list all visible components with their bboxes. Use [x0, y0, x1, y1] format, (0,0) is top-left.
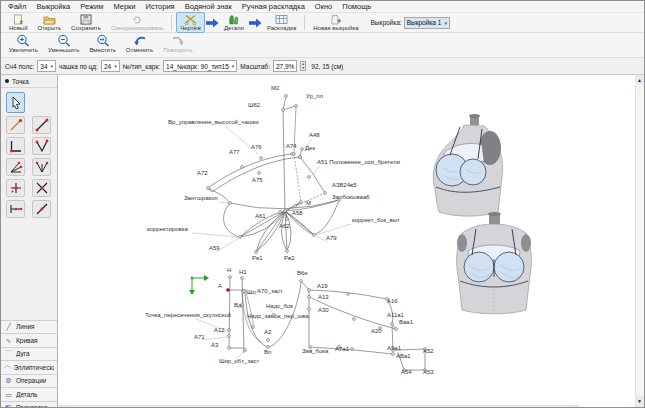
open-button[interactable]: Открыть	[34, 12, 66, 34]
scale-stepper[interactable]: ▴▾	[300, 61, 306, 71]
mode-drawing-button[interactable]: Чертёж	[176, 12, 205, 34]
new-button[interactable]: Новый	[5, 12, 32, 34]
point-marker[interactable]	[324, 192, 327, 195]
point-marker[interactable]	[308, 176, 311, 179]
mode-layout-button[interactable]: Раскладка	[263, 12, 300, 34]
zoom-out-button[interactable]: Уменьшить	[44, 32, 83, 56]
sidebar-panel-7[interactable]: ◧Раскладка	[1, 401, 57, 408]
pattern-drawing[interactable]: М2Ур_плШ62Вр_управление_высотой_чашкиА48…	[58, 75, 637, 405]
point-marker[interactable]	[347, 293, 350, 296]
menu-item-Окно[interactable]: Окно	[310, 2, 337, 11]
point-marker[interactable]	[229, 276, 232, 279]
pattern-selector-combo[interactable]: Выкройка 1 ▾	[404, 17, 450, 29]
select-tool[interactable]	[6, 92, 25, 113]
point-marker[interactable]	[313, 234, 316, 237]
highlighted-point-marker[interactable]	[227, 289, 230, 292]
point-marker[interactable]	[351, 348, 354, 351]
menu-item-Выкройка[interactable]: Выкройка	[31, 2, 75, 11]
point-marker[interactable]	[258, 172, 261, 175]
menu-item-Мерки[interactable]: Мерки	[108, 2, 140, 11]
point-tool-tangent[interactable]	[6, 200, 25, 218]
point-label: А51 Положение_оси_бретели	[317, 159, 400, 165]
point-marker[interactable]	[228, 347, 231, 350]
point-marker[interactable]	[243, 290, 246, 293]
menu-item-История[interactable]: История	[141, 2, 180, 11]
size-param-combo[interactable]: 34 ▾	[37, 60, 56, 72]
point-marker[interactable]	[284, 210, 287, 213]
scroll-up-button[interactable]: ▲	[635, 75, 644, 84]
menu-item-Ручная раскладка[interactable]: Ручная раскладка	[237, 2, 310, 11]
point-tool-rays[interactable]	[32, 158, 51, 176]
save-button[interactable]: Сохранить	[67, 12, 105, 34]
new-pattern-button[interactable]: Новая выкройка	[309, 12, 362, 34]
point-tool-offset[interactable]	[32, 200, 51, 218]
point-marker[interactable]	[300, 280, 303, 283]
point-marker[interactable]	[294, 205, 297, 208]
point-marker[interactable]	[285, 95, 288, 98]
point-marker[interactable]	[241, 277, 244, 280]
menu-item-Файл[interactable]: Файл	[3, 2, 31, 11]
point-marker[interactable]	[308, 289, 311, 292]
point-marker[interactable]	[273, 314, 276, 317]
vertical-scrollbar[interactable]: ▲ ▼	[635, 75, 644, 405]
point-tool-free[interactable]	[6, 116, 25, 134]
point-marker[interactable]	[244, 349, 247, 352]
point-marker[interactable]	[300, 201, 303, 204]
menu-item-Водяной знак[interactable]: Водяной знак	[180, 2, 237, 11]
undo-button[interactable]: Отменить	[122, 32, 157, 56]
cup-param-combo[interactable]: 24 ▾	[101, 60, 120, 72]
point-panel-header[interactable]: Точка	[1, 75, 57, 88]
zoom-in-button[interactable]: Увеличить	[5, 32, 42, 56]
scroll-down-button[interactable]: ▼	[635, 396, 644, 405]
point-marker[interactable]	[267, 339, 270, 342]
menu-item-Режим[interactable]: Режим	[75, 2, 108, 11]
point-marker[interactable]	[392, 353, 395, 356]
point-tool-intersect[interactable]	[32, 179, 51, 197]
point-tool-on-line[interactable]	[32, 116, 51, 134]
point-tool-perpendicular[interactable]	[6, 137, 25, 155]
point-marker[interactable]	[299, 156, 302, 159]
point-marker[interactable]	[308, 308, 311, 311]
sidebar-panel-5[interactable]: ⚙Операции	[1, 374, 57, 388]
point-marker[interactable]	[353, 318, 356, 321]
point-marker[interactable]	[207, 187, 210, 190]
point-marker[interactable]	[286, 250, 289, 253]
point-marker[interactable]	[395, 328, 398, 331]
sync-button[interactable]: Синхронизировать	[107, 12, 167, 34]
sidebar-panel-2[interactable]: ∿Кривая	[1, 333, 57, 347]
point-label: Шп	[247, 289, 256, 295]
point-marker[interactable]	[308, 296, 311, 299]
mode-details-button[interactable]: Детали	[220, 12, 248, 34]
point-marker[interactable]	[260, 157, 263, 160]
menu-item-Помощь[interactable]: Помощь	[337, 2, 376, 11]
point-marker[interactable]	[267, 346, 270, 349]
point-tool-cross[interactable]	[6, 179, 25, 197]
redo-button[interactable]: Повторить	[159, 32, 196, 56]
sidebar-panel-1[interactable]: ╱Линия	[1, 320, 57, 334]
point-tool-angle[interactable]	[32, 137, 51, 155]
point-marker[interactable]	[279, 211, 282, 214]
point-marker[interactable]	[286, 218, 289, 221]
point-marker[interactable]	[228, 335, 231, 338]
point-marker[interactable]	[282, 109, 285, 112]
arc-icon: ⌒	[4, 350, 13, 357]
point-marker[interactable]	[241, 166, 244, 169]
point-marker[interactable]	[295, 105, 298, 108]
drawing-canvas[interactable]: М2Ур_плШ62Вр_управление_высотой_чашкиА48…	[58, 75, 644, 408]
sidebar-panel-6[interactable]: ▭Деталь	[1, 387, 57, 401]
sidebar-panel-3[interactable]: ⌒Дуга	[1, 347, 57, 361]
point-marker[interactable]	[301, 148, 304, 151]
point-marker[interactable]	[239, 236, 242, 239]
point-marker[interactable]	[255, 251, 258, 254]
frame-param-combo[interactable]: 14_№карк: 90_тип15 ▾	[163, 60, 237, 72]
point-marker[interactable]	[391, 323, 394, 326]
zoom-fit-button[interactable]: Вместить	[85, 32, 119, 56]
point-marker[interactable]	[252, 326, 255, 329]
point-label: А20	[371, 328, 382, 334]
point-marker[interactable]	[228, 329, 231, 332]
point-marker[interactable]	[293, 153, 296, 156]
sidebar-panel-4[interactable]: ◠Эллиптическая д...	[1, 360, 57, 374]
scale-input[interactable]: 27,9%	[273, 60, 297, 72]
point-tool-bisector[interactable]	[6, 158, 25, 176]
point-marker[interactable]	[229, 202, 232, 205]
